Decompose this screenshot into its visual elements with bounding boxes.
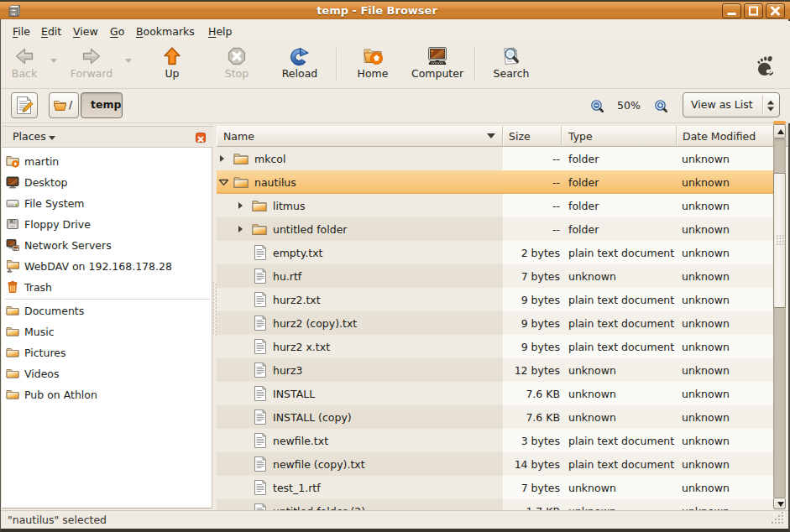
file-row[interactable]: nautilus -- folder unknown <box>217 170 774 194</box>
date-modified-cell: unknown <box>682 176 730 189</box>
file-row[interactable]: empty.txt 2 bytes plain text document un… <box>217 241 774 264</box>
scrollbar-thumb[interactable] <box>773 173 786 308</box>
search-button[interactable]: Search <box>488 46 535 86</box>
expander-collapsed-icon[interactable] <box>238 226 243 232</box>
menu-view[interactable]: View <box>73 23 98 39</box>
scroll-down-button[interactable] <box>773 498 786 509</box>
folder-icon <box>6 325 19 338</box>
sidebar-item-network-servers[interactable]: Network Servers <box>2 235 213 256</box>
file-row[interactable]: newfile (copy).txt 14 bytes plain text d… <box>217 452 774 476</box>
type-cell: folder <box>568 223 599 236</box>
sidebar-close-button[interactable] <box>196 133 206 143</box>
file-row[interactable]: test_1.rtf 7 bytes unknown unknown <box>217 476 774 499</box>
home-button[interactable]: Home <box>351 46 395 86</box>
column-header-label: Date Modified <box>683 130 756 143</box>
sidebar-item-videos[interactable]: Videos <box>2 363 213 384</box>
close-button[interactable] <box>766 3 785 18</box>
column-header-label: Name <box>223 130 254 143</box>
type-cell: unknown <box>568 411 616 424</box>
scroll-up-button[interactable] <box>773 124 786 138</box>
zoom-in-button[interactable] <box>654 99 667 115</box>
forward-history-caret[interactable] <box>125 59 132 63</box>
file-row[interactable]: litmus -- folder unknown <box>217 194 774 217</box>
file-row[interactable]: hurz2.txt 9 bytes plain text document un… <box>217 288 774 311</box>
edit-location-button[interactable] <box>11 92 38 118</box>
expander-expanded-icon[interactable] <box>218 179 229 186</box>
titlebar[interactable]: temp - File Browser <box>0 0 790 19</box>
vertical-scrollbar[interactable] <box>773 121 787 509</box>
minimize-button[interactable] <box>722 3 741 18</box>
file-row[interactable]: untitled folder (2) 1.7 KB unknown unkno… <box>217 499 774 510</box>
date-modified-cell: unknown <box>682 247 730 259</box>
sidebar-item-trash[interactable]: Trash <box>2 277 213 298</box>
reload-button[interactable]: Reload <box>276 46 323 86</box>
file-row[interactable]: hurz3 12 bytes unknown unknown <box>217 358 774 382</box>
column-header-date-modified[interactable]: Date Modified <box>677 126 774 147</box>
up-button[interactable]: Up <box>155 46 189 86</box>
sidebar-title-bar[interactable]: Places <box>2 126 213 148</box>
home-label: Home <box>351 67 395 80</box>
file-row[interactable]: INSTALL 7.6 KB unknown unknown <box>217 382 774 405</box>
forward-label: Forward <box>65 67 118 80</box>
column-header-name[interactable]: Name <box>217 126 503 147</box>
floppy-icon <box>6 217 19 231</box>
text-file-icon <box>254 409 267 425</box>
toolbar: Back Forward Up Stop Reload Home Compute… <box>2 41 790 89</box>
current-path-button[interactable]: temp <box>81 92 123 118</box>
size-cell: 12 bytes <box>503 364 560 377</box>
sort-descending-icon <box>487 133 495 138</box>
file-row[interactable]: hu.rtf 7 bytes unknown unknown <box>217 264 774 288</box>
menu-edit[interactable]: Edit <box>41 23 61 39</box>
file-row[interactable]: hurz2 x.txt 9 bytes plain text document … <box>217 335 774 358</box>
size-cell: 2 bytes <box>503 247 560 259</box>
sidebar-item-music[interactable]: Music <box>2 321 213 342</box>
sidebar-item-desktop[interactable]: Desktop <box>2 172 213 193</box>
sidebar-item-floppy-drive[interactable]: Floppy Drive <box>2 214 213 235</box>
sidebar-item-documents[interactable]: Documents <box>2 300 213 321</box>
sidebar-title: Places <box>13 130 46 143</box>
computer-button[interactable]: Computer <box>407 46 468 86</box>
file-row[interactable]: INSTALL (copy) 7.6 KB unknown unknown <box>217 405 774 429</box>
sidebar-item-label: martin <box>24 155 59 168</box>
expander-collapsed-icon[interactable] <box>238 202 243 209</box>
forward-button[interactable]: Forward <box>65 46 118 86</box>
view-mode-select[interactable]: View as List <box>683 92 780 117</box>
menu-help[interactable]: Help <box>208 23 233 39</box>
file-row[interactable]: hurz2 (copy).txt 9 bytes plain text docu… <box>217 311 774 335</box>
column-header-type[interactable]: Type <box>562 126 677 147</box>
type-cell: plain text document <box>568 247 674 259</box>
maximize-button[interactable] <box>744 3 763 18</box>
root-path-button[interactable]: / <box>49 92 79 118</box>
file-row[interactable]: mkcol -- folder unknown <box>217 147 774 170</box>
sidebar-item-pictures[interactable]: Pictures <box>2 342 213 363</box>
current-path-label: temp <box>91 98 121 111</box>
file-row[interactable]: newfile.txt 3 bytes plain text document … <box>217 429 774 452</box>
sidebar-item-martin[interactable]: martin <box>2 151 213 172</box>
menu-bookmarks[interactable]: Bookmarks <box>136 23 195 39</box>
window-icon <box>8 4 21 18</box>
file-name-label: litmus <box>273 200 305 212</box>
file-name-label: hurz2 (copy).txt <box>273 317 357 330</box>
column-header-size[interactable]: Size <box>503 126 562 147</box>
expander-collapsed-icon[interactable] <box>220 155 224 162</box>
stop-button[interactable]: Stop <box>217 46 257 86</box>
back-history-caret[interactable] <box>50 59 57 63</box>
zoom-out-button[interactable] <box>590 99 604 115</box>
folder-icon <box>233 175 249 189</box>
thumb-grip <box>777 235 785 249</box>
sidebar-item-file-system[interactable]: File System <box>2 193 213 214</box>
desktop-icon <box>6 175 19 189</box>
view-mode-label: View as List <box>691 98 753 111</box>
sidebar-item-webdav-on-192-168-178-28[interactable]: WebDAV on 192.168.178.28 <box>2 256 213 277</box>
back-button[interactable]: Back <box>2 46 47 86</box>
back-icon <box>14 46 34 66</box>
resize-grip[interactable] <box>771 511 785 528</box>
menu-file[interactable]: File <box>13 23 30 39</box>
sidebar-item-pub-on-athlon[interactable]: Pub on Athlon <box>2 384 213 405</box>
size-cell: 7 bytes <box>503 482 560 494</box>
statusbar: "nautilus" selected <box>1 510 788 529</box>
type-cell: unknown <box>568 482 616 494</box>
menu-go[interactable]: Go <box>110 23 124 39</box>
size-cell: -- <box>503 176 560 189</box>
file-row[interactable]: untitled folder -- folder unknown <box>217 217 774 241</box>
